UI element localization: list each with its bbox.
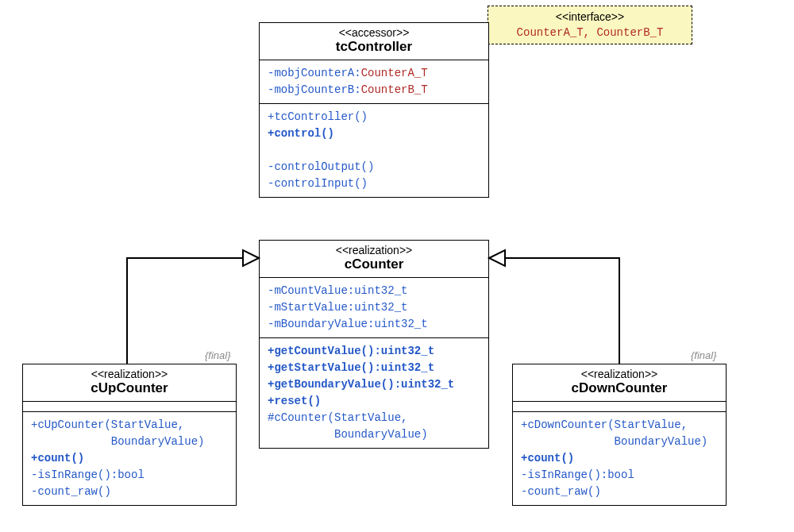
ccounter-op-ctor2: BoundaryValue) [268,426,480,443]
tccontroller-attr-a: -mobjCounterA:CounterA_T [268,65,480,82]
class-tccontroller: <<accessor>> tcController -mobjCounterA:… [259,22,489,198]
class-cdowncounter: <<realization>> cDownCounter +cDownCount… [512,364,727,506]
cupcounter-op-raw: -count_raw() [31,484,228,500]
cupcounter-op-ctor1: +cUpCounter(StartValue, [31,417,228,434]
tccontroller-op-control: +control() [268,125,480,142]
tccontroller-attr-b: -mobjCounterB:CounterB_T [268,82,480,98]
ccounter-attr-bv: -mBoundaryValue:uint32_t [268,316,480,333]
cdowncounter-op-ctor1: +cDownCounter(StartValue, [521,417,718,434]
cupcounter-final: {final} [205,349,231,361]
cdowncounter-name: cDownCounter [518,380,721,396]
note-iface-b: CounterB_T [596,26,663,39]
tccontroller-op-in: -controlInput() [268,175,480,192]
ccounter-op-reset: +reset() [268,393,480,410]
ccounter-name: cCounter [264,256,484,272]
cdowncounter-op-raw: -count_raw() [521,484,718,500]
tccontroller-stereotype: <<accessor>> [264,26,484,39]
cdowncounter-op-range: -isInRange():bool [521,467,718,484]
svg-marker-0 [243,250,259,266]
cdowncounter-op-ctor2: BoundaryValue) [521,434,718,450]
cupcounter-stereotype: <<realization>> [28,368,231,380]
cupcounter-op-range: -isInRange():bool [31,467,228,484]
note-stereotype: <<interface>> [496,10,684,25]
class-cupcounter: <<realization>> cUpCounter +cUpCounter(S… [22,364,237,506]
tccontroller-op-out: -controlOutput() [268,159,480,175]
cdowncounter-stereotype: <<realization>> [518,368,721,380]
ccounter-op-gsv: +getStartValue():uint32_t [268,360,480,376]
ccounter-attr-sv: -mStartValue:uint32_t [268,299,480,316]
ccounter-op-gbv: +getBoundaryValue():uint32_t [268,376,480,393]
cdowncounter-final: {final} [691,349,717,361]
ccounter-stereotype: <<realization>> [264,244,484,256]
tccontroller-name: tcController [264,39,484,55]
ccounter-op-gcv: +getCountValue():uint32_t [268,343,480,360]
cupcounter-op-count: +count() [31,450,228,467]
svg-marker-1 [489,250,505,266]
note-interface: <<interface>> CounterA_T, CounterB_T [488,6,692,44]
tccontroller-op-ctor: +tcController() [268,109,480,125]
ccounter-attr-cv: -mCountValue:uint32_t [268,283,480,299]
ccounter-op-ctor1: #cCounter(StartValue, [268,410,480,426]
note-interfaces: CounterA_T, CounterB_T [496,25,684,41]
note-iface-a: CounterA_T [517,26,584,39]
class-ccounter: <<realization>> cCounter -mCountValue:ui… [259,240,489,449]
cdowncounter-op-count: +count() [521,450,718,467]
note-sep: , [584,26,597,39]
cupcounter-name: cUpCounter [28,380,231,396]
cupcounter-op-ctor2: BoundaryValue) [31,434,228,450]
